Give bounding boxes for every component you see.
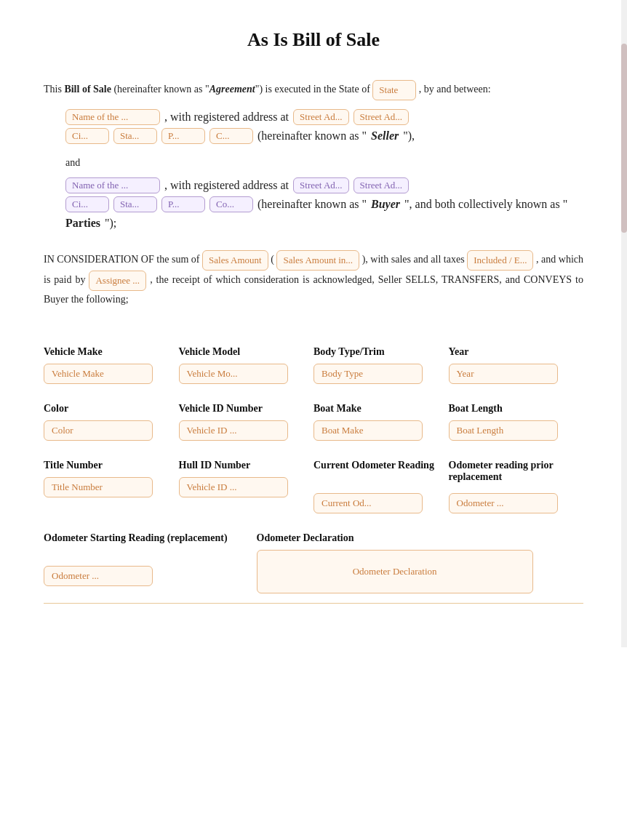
- color-cell: Color Color: [44, 394, 179, 451]
- seller-city-field[interactable]: Ci...: [65, 128, 109, 144]
- buyer-text4: ");: [105, 217, 116, 230]
- vehicle-id-field[interactable]: Vehicle ID ...: [179, 420, 288, 441]
- consideration-text1: IN CONSIDERATION OF the sum of: [44, 254, 200, 265]
- boat-length-field[interactable]: Boat Length: [449, 420, 558, 441]
- seller-street1-field[interactable]: Street Ad...: [293, 109, 349, 125]
- buyer-street2-field[interactable]: Street Ad...: [354, 177, 410, 193]
- buyer-name-row: Name of the ... , with registered addres…: [65, 177, 583, 193]
- seller-label: Seller: [371, 129, 399, 142]
- body-type-cell: Body Type/Trim Body Type: [314, 337, 449, 394]
- intro-paragraph: This Bill of Sale (hereinafter known as …: [44, 80, 583, 100]
- boat-length-cell: Boat Length Boat Length: [449, 394, 584, 451]
- hull-id-field[interactable]: Vehicle ID ...: [179, 477, 288, 497]
- title-number-cell: Title Number Title Number: [44, 451, 179, 524]
- hull-id-label: Hull ID Number: [179, 460, 307, 471]
- vehicle-model-label: Vehicle Model: [179, 346, 307, 358]
- boat-make-cell: Boat Make Boat Make: [314, 394, 449, 451]
- buyer-street1-field[interactable]: Street Ad...: [293, 177, 349, 193]
- sales-amount-in-field[interactable]: Sales Amount in...: [276, 250, 359, 271]
- vehicle-section: Vehicle Make Vehicle Make Vehicle Model …: [44, 337, 583, 604]
- current-odometer-label: Current Odometer Reading: [314, 460, 442, 487]
- seller-text1: , with registered address at: [164, 111, 289, 124]
- color-field[interactable]: Color: [44, 420, 153, 441]
- seller-address-row: Ci... Sta... P... C... (hereinafter know…: [65, 128, 583, 144]
- vehicle-make-field[interactable]: Vehicle Make: [44, 364, 153, 384]
- seller-street2-field[interactable]: Street Ad...: [354, 109, 410, 125]
- vehicle-make-cell: Vehicle Make Vehicle Make: [44, 337, 179, 394]
- buyer-block: Name of the ... , with registered addres…: [65, 177, 583, 230]
- buyer-state-field[interactable]: Sta...: [113, 196, 157, 212]
- scrollbar-thumb[interactable]: [621, 44, 627, 233]
- vehicle-model-cell: Vehicle Model Vehicle Mo...: [179, 337, 314, 394]
- seller-block: Name of the ... , with registered addres…: [65, 109, 583, 144]
- seller-name-row: Name of the ... , with registered addres…: [65, 109, 583, 125]
- page-title: As Is Bill of Sale: [44, 29, 583, 51]
- sales-amount-field[interactable]: Sales Amount: [202, 250, 268, 271]
- body-type-field[interactable]: Body Type: [314, 364, 423, 384]
- vehicle-id-label: Vehicle ID Number: [179, 403, 307, 415]
- odometer-declaration-field[interactable]: Odometer Declaration: [257, 550, 533, 593]
- intro-text1: This: [44, 84, 62, 95]
- boat-length-label: Boat Length: [449, 403, 577, 415]
- odometer-prior-field[interactable]: Odometer ...: [449, 493, 558, 513]
- odometer-declaration-label: Odometer Declaration: [257, 532, 533, 544]
- consideration-block: IN CONSIDERATION OF the sum of Sales Amo…: [44, 250, 583, 308]
- vehicle-grid: Vehicle Make Vehicle Make Vehicle Model …: [44, 337, 583, 524]
- seller-phone-field[interactable]: P...: [161, 128, 205, 144]
- odometer-starting-field[interactable]: Odometer ...: [44, 566, 153, 586]
- hull-id-cell: Hull ID Number Vehicle ID ...: [179, 451, 314, 524]
- year-field[interactable]: Year: [449, 364, 558, 384]
- seller-country-field[interactable]: C...: [209, 128, 253, 144]
- title-number-label: Title Number: [44, 460, 172, 471]
- bottom-divider: [44, 603, 583, 604]
- buyer-text1: , with registered address at: [164, 179, 289, 192]
- boat-make-label: Boat Make: [314, 403, 442, 415]
- odometer-declaration-cell: Odometer Declaration Odometer Declaratio…: [257, 524, 533, 604]
- parties-label: Parties: [65, 217, 100, 229]
- buyer-label: Buyer: [371, 198, 400, 210]
- bill-of-sale-label: Bill of Sale: [64, 84, 111, 95]
- seller-name-field[interactable]: Name of the ...: [65, 109, 160, 125]
- state-field[interactable]: State: [372, 80, 416, 100]
- buyer-phone-field[interactable]: P...: [161, 196, 205, 212]
- intro-text3: ") is executed in the State of: [255, 84, 370, 95]
- consideration-text2: (: [271, 254, 274, 265]
- intro-text4: , by and between:: [419, 84, 491, 95]
- buyer-text2: (hereinafter known as ": [257, 198, 367, 211]
- scrollbar-track: [621, 0, 627, 647]
- vehicle-make-label: Vehicle Make: [44, 346, 172, 358]
- year-cell: Year Year: [449, 337, 584, 394]
- current-odometer-field[interactable]: Current Od...: [314, 493, 423, 513]
- odometer-row: Odometer Starting Reading (replacement) …: [44, 524, 583, 604]
- title-number-field[interactable]: Title Number: [44, 477, 153, 497]
- seller-text2: (hereinafter known as ": [257, 129, 367, 143]
- buyer-city-field[interactable]: Ci...: [65, 196, 109, 212]
- boat-make-field[interactable]: Boat Make: [314, 420, 423, 441]
- color-label: Color: [44, 403, 172, 415]
- odometer-starting-label: Odometer Starting Reading (replacement): [44, 532, 228, 560]
- odometer-prior-label: Odometer reading prior replacement: [449, 460, 577, 487]
- vehicle-model-field[interactable]: Vehicle Mo...: [179, 364, 288, 384]
- seller-text3: "),: [403, 129, 415, 143]
- buyer-country-field[interactable]: Co...: [209, 196, 253, 212]
- intro-text2: (hereinafter known as ": [113, 84, 209, 95]
- page: As Is Bill of Sale This Bill of Sale (he…: [0, 0, 627, 647]
- buyer-text3: ", and both collectively known as ": [404, 198, 567, 211]
- seller-state-field[interactable]: Sta...: [113, 128, 157, 144]
- body-type-label: Body Type/Trim: [314, 346, 442, 358]
- year-label: Year: [449, 346, 577, 358]
- buyer-address-row: Ci... Sta... P... Co... (hereinafter kno…: [65, 196, 583, 230]
- odometer-starting-cell: Odometer Starting Reading (replacement) …: [44, 524, 228, 596]
- vehicle-id-cell: Vehicle ID Number Vehicle ID ...: [179, 394, 314, 451]
- and-text: and: [65, 157, 583, 169]
- consideration-text3: ), with sales and all taxes: [362, 254, 465, 265]
- assignee-field[interactable]: Assignee ...: [89, 271, 146, 291]
- included-excluded-field[interactable]: Included / E...: [467, 250, 533, 271]
- agreement-label: Agreement: [209, 84, 255, 95]
- odometer-prior-cell: Odometer reading prior replacement Odome…: [449, 451, 584, 524]
- current-odometer-cell: Current Odometer Reading Current Od...: [314, 451, 449, 524]
- buyer-name-field[interactable]: Name of the ...: [65, 177, 160, 193]
